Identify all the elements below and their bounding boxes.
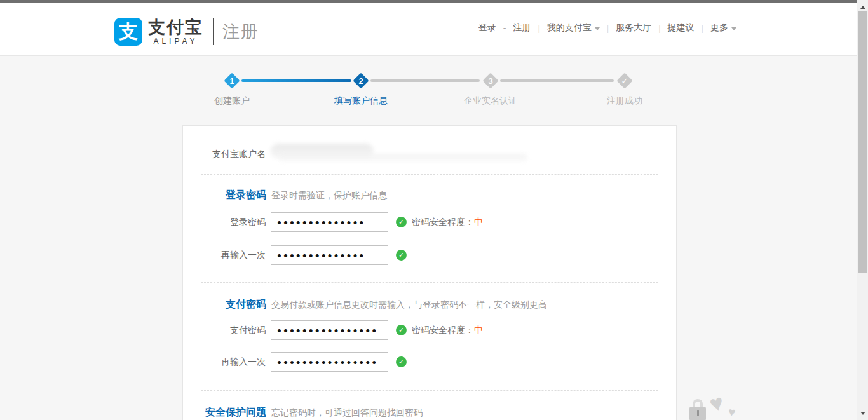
step-2-number: 2 (353, 72, 369, 89)
payment-password-field-label: 支付密码 (183, 325, 266, 336)
nav-separator: | (658, 24, 660, 33)
nav-service-hall-link[interactable]: 服务大厅 (616, 22, 651, 34)
nav-my-alipay-menu[interactable]: 我的支付宝 (547, 22, 600, 34)
strength-value: 中 (474, 325, 483, 335)
arrow-up-icon (860, 6, 865, 9)
step-4-check-icon: ✓ (616, 72, 633, 89)
payment-password-row: 支付密码 ✓ 密码安全程度：中 (183, 320, 676, 340)
security-question-section-title: 安全保护问题 (183, 405, 266, 419)
alipay-logo[interactable]: 支 支付宝 ALIPAY 注册 (114, 18, 259, 46)
payment-password-confirm-row: 再输入一次 ✓ (183, 352, 676, 372)
login-password-field-label: 登录密码 (183, 217, 266, 228)
payment-password-confirm-label: 再输入一次 (183, 356, 266, 368)
scrollbar-down-button[interactable] (857, 408, 868, 418)
scrollbar-up-button[interactable] (857, 2, 868, 12)
stepper-connector-pending (370, 79, 480, 82)
strength-text: 密码安全程度： (412, 325, 474, 335)
brand-text: 支付宝 ALIPAY (148, 18, 203, 46)
lock-icon (689, 399, 706, 420)
strength-value: 中 (474, 217, 483, 227)
login-password-input[interactable] (271, 212, 388, 232)
nav-suggestions-link[interactable]: 提建议 (668, 22, 695, 34)
nav-separator: | (538, 24, 539, 33)
brand-name-en: ALIPAY (153, 37, 198, 46)
registration-stepper: 1 2 3 ✓ 创建账户 填写账户信息 企业实名认证 注册成功 (182, 70, 678, 109)
alipay-account-label: 支付宝账户名 (183, 147, 266, 160)
header: 支 支付宝 ALIPAY 注册 登录 - 注册 | 我的支付宝 | 服务大厅 |… (0, 3, 857, 56)
logo-glyph: 支 (119, 19, 138, 45)
step-3-number: 3 (482, 72, 499, 89)
nav-login-link[interactable]: 登录 (478, 22, 496, 34)
password-strength-label: 密码安全程度：中 (412, 217, 483, 228)
payment-password-input[interactable] (271, 320, 388, 340)
login-password-section-title: 登录密码 (183, 188, 266, 202)
check-circle-icon: ✓ (396, 325, 407, 335)
heart-icon-small: ♥ (728, 405, 736, 419)
chevron-down-icon (595, 27, 600, 30)
vertical-scrollbar[interactable] (857, 0, 868, 420)
login-password-section-desc: 登录时需验证，保护账户信息 (271, 189, 387, 201)
step-4-label: 注册成功 (607, 95, 642, 107)
check-glyph: ✓ (398, 219, 404, 226)
section-divider (201, 174, 658, 175)
check-glyph: ✓ (398, 327, 404, 334)
scrollbar-thumb[interactable] (858, 11, 867, 273)
page-title: 注册 (222, 20, 259, 43)
payment-password-section-title: 支付密码 (183, 297, 266, 311)
check-circle-icon: ✓ (396, 356, 407, 367)
logo-divider (213, 18, 214, 45)
heart-icon: ♥ (707, 389, 726, 418)
brand-name-cn: 支付宝 (148, 18, 203, 36)
nav-dash-separator: - (503, 23, 506, 33)
step-2-node: 2 (353, 72, 369, 89)
step-1-node: 1 (224, 72, 240, 89)
stepper-connector-pending (500, 79, 614, 82)
security-question-section-desc: 忘记密码时，可通过回答问题找回密码 (271, 406, 423, 419)
login-password-confirm-row: 再输入一次 ✓ (183, 245, 676, 265)
check-circle-icon: ✓ (396, 250, 407, 261)
redacted-account-smudge (278, 154, 527, 162)
nav-separator: | (702, 24, 703, 33)
check-circle-icon: ✓ (396, 217, 407, 227)
step-3-node: 3 (482, 72, 499, 89)
nav-more-label: 更多 (710, 22, 728, 34)
section-divider (201, 282, 658, 283)
lock-keyhole (697, 410, 699, 416)
login-password-confirm-input[interactable] (271, 245, 388, 265)
check-glyph: ✓ (398, 252, 404, 259)
password-strength-label: 密码安全程度：中 (412, 325, 483, 336)
nav-separator: | (607, 24, 609, 33)
step-1-number: 1 (224, 72, 240, 89)
step-3-label: 企业实名认证 (464, 95, 517, 107)
nav-more-menu[interactable]: 更多 (710, 22, 736, 34)
step-2-label: 填写账户信息 (334, 95, 388, 107)
step-4-node: ✓ (616, 72, 633, 89)
step-1-label: 创建账户 (214, 95, 250, 107)
arrow-down-icon (860, 412, 865, 415)
strength-text: 密码安全程度： (412, 217, 474, 227)
nav-my-alipay-label: 我的支付宝 (547, 22, 592, 34)
alipay-logo-icon: 支 (114, 18, 142, 46)
payment-password-section-desc: 交易付款或账户信息更改时需输入，与登录密码不一样，安全级别更高 (271, 298, 547, 311)
account-info-form-card: 支付宝账户名 登录密码 登录时需验证，保护账户信息 登录密码 ✓ 密码安全程度：… (182, 125, 677, 420)
payment-password-confirm-input[interactable] (271, 352, 388, 372)
login-password-confirm-label: 再输入一次 (183, 250, 266, 261)
chevron-down-icon (731, 27, 736, 30)
check-glyph: ✓ (398, 358, 404, 365)
section-divider (201, 390, 658, 391)
nav-register-link[interactable]: 注册 (513, 22, 531, 34)
login-password-row: 登录密码 ✓ 密码安全程度：中 (183, 212, 676, 232)
stepper-connector-done (241, 79, 351, 82)
top-nav: 登录 - 注册 | 我的支付宝 | 服务大厅 | 提建议 | 更多 (478, 22, 736, 34)
